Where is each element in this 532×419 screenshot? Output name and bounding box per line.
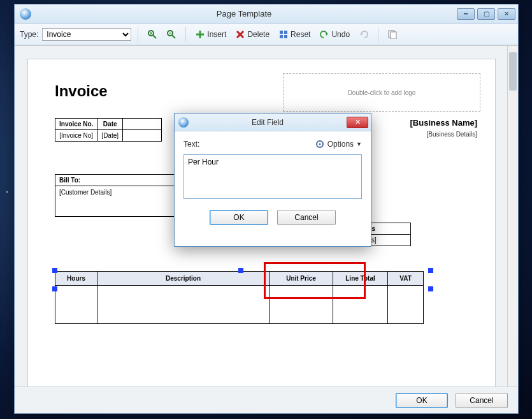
business-name[interactable]: [Business Name]	[410, 118, 477, 128]
page-template-window: Page Template ━ ▢ ✕ Type: Invoice Insert…	[14, 4, 519, 414]
minimize-button[interactable]: ━	[457, 8, 475, 20]
invoice-header-table[interactable]: Invoice No. Date Due Date [Invoice No] […	[55, 118, 162, 142]
selection-handle[interactable]	[52, 286, 57, 291]
redo-button[interactable]	[356, 28, 371, 41]
plus-icon	[195, 29, 205, 40]
dialog-title: Edit Field	[189, 118, 347, 127]
reset-icon	[278, 29, 289, 40]
svg-rect-16	[391, 32, 396, 39]
gear-icon	[315, 139, 325, 149]
table-row[interactable]	[55, 286, 424, 324]
selection-handle[interactable]	[52, 268, 57, 273]
selection-handle[interactable]	[428, 268, 433, 273]
line-items-grid[interactable]: Hours Description Unit Price Line Total …	[55, 271, 424, 324]
zoom-in-button[interactable]	[145, 28, 160, 41]
toolbar: Type: Invoice Insert Delete Reset Undo	[15, 24, 518, 45]
col-line-total[interactable]: Line Total	[333, 272, 388, 286]
insert-button[interactable]: Insert	[192, 28, 229, 41]
selection-handle[interactable]	[238, 268, 243, 273]
svg-point-18	[319, 143, 320, 145]
close-button[interactable]: ✕	[498, 8, 515, 20]
copy-icon	[387, 29, 398, 40]
col-unit-price[interactable]: Unit Price	[270, 272, 333, 286]
x-icon	[235, 29, 245, 40]
col-invoice-no[interactable]: Invoice No.	[55, 119, 97, 130]
delete-button[interactable]: Delete	[233, 28, 272, 41]
type-select[interactable]: Invoice	[42, 28, 131, 41]
copy-button[interactable]	[385, 28, 400, 41]
zoom-in-icon	[147, 29, 157, 40]
svg-rect-13	[280, 35, 283, 38]
app-icon	[20, 8, 31, 20]
options-dropdown[interactable]: Options ▼	[315, 139, 362, 149]
svg-rect-14	[284, 35, 287, 38]
chevron-down-icon: ▼	[356, 141, 362, 147]
svg-line-5	[172, 35, 175, 38]
undo-button[interactable]: Undo	[317, 28, 352, 41]
ok-button[interactable]: OK	[396, 393, 448, 408]
cancel-button[interactable]: Cancel	[456, 393, 508, 408]
edit-field-dialog: Edit Field ✕ Text: Options ▼ OK Cancel	[174, 113, 371, 247]
business-details[interactable]: [Business Details]	[427, 131, 477, 138]
zoom-out-button[interactable]	[164, 28, 179, 41]
invoice-heading[interactable]: Invoice	[55, 82, 108, 100]
app-icon	[178, 117, 189, 128]
reset-button[interactable]: Reset	[276, 28, 313, 41]
undo-icon	[319, 29, 329, 40]
bottom-bar: OK Cancel	[15, 386, 518, 413]
scrollbar-thumb[interactable]	[509, 52, 517, 91]
window-title: Page Template	[31, 9, 457, 18]
dialog-close-button[interactable]: ✕	[347, 117, 368, 128]
col-description[interactable]: Description	[97, 272, 270, 286]
dialog-ok-button[interactable]: OK	[210, 210, 268, 225]
logo-placeholder[interactable]: Double-click to add logo	[283, 73, 480, 112]
svg-rect-12	[284, 31, 287, 34]
svg-line-1	[153, 35, 156, 38]
text-label: Text:	[183, 140, 199, 149]
redo-icon	[359, 29, 369, 40]
vertical-scrollbar[interactable]	[507, 46, 518, 386]
col-date[interactable]: Date	[97, 119, 123, 130]
titlebar: Page Template ━ ▢ ✕	[15, 4, 518, 24]
dialog-titlebar: Edit Field ✕	[175, 114, 371, 131]
maximize-button[interactable]: ▢	[477, 8, 495, 20]
col-vat[interactable]: VAT	[388, 272, 424, 286]
text-input[interactable]	[183, 154, 362, 199]
selection-handle[interactable]	[428, 286, 433, 291]
type-label: Type:	[20, 30, 38, 39]
zoom-out-icon	[166, 29, 176, 40]
col-hours[interactable]: Hours	[55, 272, 97, 286]
svg-rect-11	[280, 31, 283, 34]
dialog-cancel-button[interactable]: Cancel	[277, 210, 336, 225]
